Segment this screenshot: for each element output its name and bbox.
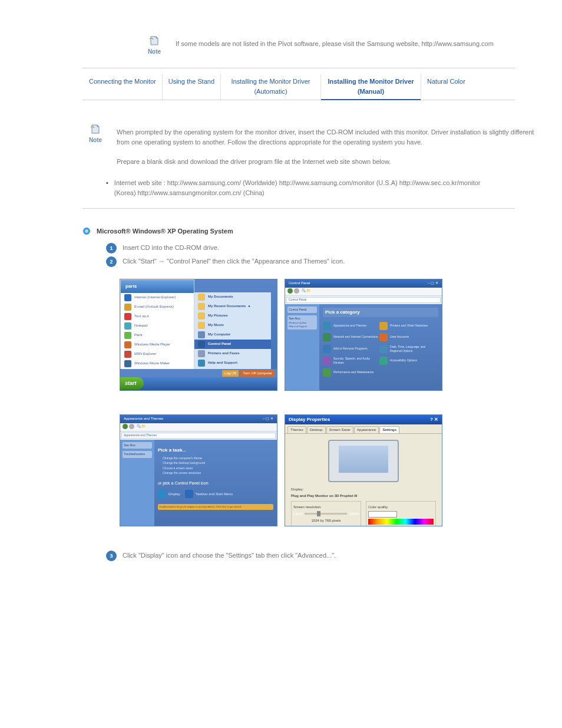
window-controls-icon[interactable]: – ▢ ✕ <box>263 416 273 422</box>
folders-icon[interactable]: 📁 <box>306 289 310 292</box>
printer-icon <box>198 350 205 357</box>
smr-control-panel[interactable]: Control Panel <box>194 340 271 349</box>
tab-natural-color[interactable]: Natural Color <box>421 74 471 100</box>
address-bar[interactable]: Control Panel <box>286 297 441 303</box>
note-label: Note <box>148 48 161 55</box>
notepad-icon <box>124 322 131 330</box>
sidebar-box[interactable]: Control Panel <box>287 307 317 314</box>
dp-tab-appearance[interactable]: Appearance <box>354 426 379 433</box>
computer-icon <box>198 331 205 338</box>
ie-icon <box>124 294 131 301</box>
smr-item[interactable]: My Music <box>194 321 271 330</box>
logoff-button[interactable]: Log Off <box>222 370 239 377</box>
sidebar-box: See Also Windows Update Help and Support <box>287 315 317 330</box>
smr-item[interactable]: My Computer <box>194 330 271 340</box>
appearance-main: Pick a task... Change the computer's the… <box>154 440 277 526</box>
tab-stand[interactable]: Using the Stand <box>162 74 220 100</box>
tab-install-manual[interactable]: Installing the Monitor Driver (Manual) <box>320 74 421 100</box>
back-icon[interactable] <box>123 424 128 429</box>
smr-item[interactable]: Printers and Faxes <box>194 349 271 358</box>
dp-tab-settings[interactable]: Settings <box>379 426 399 433</box>
category-item[interactable]: Add or Remove Programs <box>323 345 378 353</box>
smr-item[interactable]: My Recent Documents ▸ <box>194 302 271 311</box>
control-panel-main: Pick a category Appearance and Themes Pr… <box>319 304 442 390</box>
window-controls-icon[interactable]: – ▢ ✕ <box>428 281 438 286</box>
appearance-icon <box>323 322 331 330</box>
turnoff-button[interactable]: Turn Off Computer <box>240 370 275 377</box>
step-num-3: 3 <box>106 551 117 561</box>
category-item[interactable]: Date, Time, Language, and Regional Optio… <box>379 345 435 354</box>
or-pick-headline: or pick a Control Panel icon <box>158 480 273 487</box>
start-button[interactable]: start <box>120 377 144 390</box>
tip-box: Troubleshooters let you fix display or s… <box>158 504 273 510</box>
folder-icon <box>198 294 205 301</box>
sm-item[interactable]: Paint <box>121 331 194 340</box>
category-item[interactable]: Printers and Other Hardware <box>379 322 435 330</box>
folders-icon[interactable]: 📁 <box>141 424 146 428</box>
addremove-icon <box>323 345 331 353</box>
section-tabs: Connecting the Monitor Using the Stand I… <box>82 74 515 100</box>
address-bar[interactable]: Appearance and Themes <box>121 433 276 439</box>
display-value: Plug and Play Monitor on 3D Prophet III <box>291 493 436 499</box>
tab-install-auto[interactable]: Installing the Monitor Driver (Automatic… <box>220 74 320 100</box>
step-2: 2Click "Start" → "Control Panel" then cl… <box>106 256 503 267</box>
dp-tab-desktop[interactable]: Desktop <box>307 426 326 433</box>
section-bullet-icon <box>82 227 91 235</box>
dp-tab-screensaver[interactable]: Screen Saver <box>326 426 353 433</box>
sm-item[interactable]: E-mail (Outlook Express) <box>121 302 194 312</box>
category-item[interactable]: Network and Internet Connections <box>323 333 378 341</box>
sm-item[interactable]: Internet (Internet Explorer) <box>121 293 194 302</box>
color-select[interactable]: Highest (32 bit) <box>368 511 397 518</box>
start-menu-footer: Log Off Turn Off Computer <box>120 369 277 377</box>
resolution-slider[interactable]: Less More <box>293 511 359 518</box>
category-item[interactable]: Performance and Maintenance <box>323 368 378 377</box>
wmm-icon <box>124 360 131 367</box>
sm-item[interactable]: Notepad <box>121 321 194 331</box>
window-titlebar: Display Properties? ✕ <box>285 415 442 424</box>
tab-connecting[interactable]: Connecting the Monitor <box>82 74 162 100</box>
smr-item[interactable]: My Documents <box>194 292 271 302</box>
category-item[interactable]: Sounds, Speech, and Audio Devices <box>323 357 378 365</box>
sidebar-box[interactable]: Troubleshooters <box>123 451 152 458</box>
sm-item[interactable]: Windows Movie Maker <box>121 359 194 368</box>
sm-item[interactable]: Windows Media Player <box>121 340 194 350</box>
folder-icon <box>198 303 205 310</box>
category-item[interactable]: Appearance and Themes <box>323 322 378 330</box>
note-block-main: Note When prompted by the operating syst… <box>82 124 538 166</box>
svg-point-1 <box>85 229 88 233</box>
forward-icon[interactable] <box>129 424 134 429</box>
screenshot-control-panel: Control Panel– ▢ ✕ 🔍 📁 Control Panel Con… <box>285 279 442 391</box>
dp-tab-themes[interactable]: Themes <box>287 426 306 433</box>
note-block-top: Note If some models are not listed in th… <box>141 35 538 56</box>
search-icon[interactable]: 🔍 <box>302 289 306 292</box>
mail-icon <box>124 304 131 311</box>
color-quality-group: Color quality Highest (32 bit) <box>366 501 436 526</box>
section-heading-xp: Microsoft® Windows® XP Operating System <box>82 226 538 236</box>
smr-item[interactable]: My Pictures <box>194 311 271 321</box>
window-toolbar: 🔍 📁 <box>285 288 442 296</box>
web-links-text: Internet web site : http://www.samsung.c… <box>114 178 503 197</box>
sm-item[interactable]: MSN Explorer <box>121 350 194 359</box>
window-controls-icon[interactable]: ? ✕ <box>430 416 438 423</box>
taskbar-icon-item[interactable]: Taskbar and Start Menu <box>185 490 233 498</box>
display-icon-item[interactable]: Display <box>158 490 180 498</box>
task-link[interactable]: Change the desktop background <box>163 461 273 466</box>
forward-icon[interactable] <box>294 288 299 294</box>
screenshot-appearance-themes: Appearance and Themes– ▢ ✕ 🔍 📁 Appearanc… <box>120 414 277 526</box>
task-link[interactable]: Choose a screen saver <box>163 466 273 471</box>
note-icon: Note <box>82 124 108 144</box>
smr-item[interactable]: Help and Support <box>194 358 271 368</box>
category-item[interactable]: Accessibility Options <box>379 357 435 365</box>
step-3: 3Click "Display" icon and choose the "Se… <box>106 550 503 561</box>
task-link[interactable]: Change the computer's theme <box>163 456 273 461</box>
task-link[interactable]: Change the screen resolution <box>163 471 273 476</box>
display-icon <box>158 490 166 498</box>
users-icon <box>379 333 388 341</box>
divider <box>82 68 515 68</box>
category-item[interactable]: User Accounts <box>379 333 435 341</box>
back-icon[interactable] <box>287 288 293 294</box>
search-icon[interactable]: 🔍 <box>137 424 141 428</box>
sidebar: See Also Troubleshooters <box>120 440 154 526</box>
sidebar-box[interactable]: See Also <box>123 442 152 449</box>
sm-item[interactable]: Tour xp.d <box>121 312 194 321</box>
